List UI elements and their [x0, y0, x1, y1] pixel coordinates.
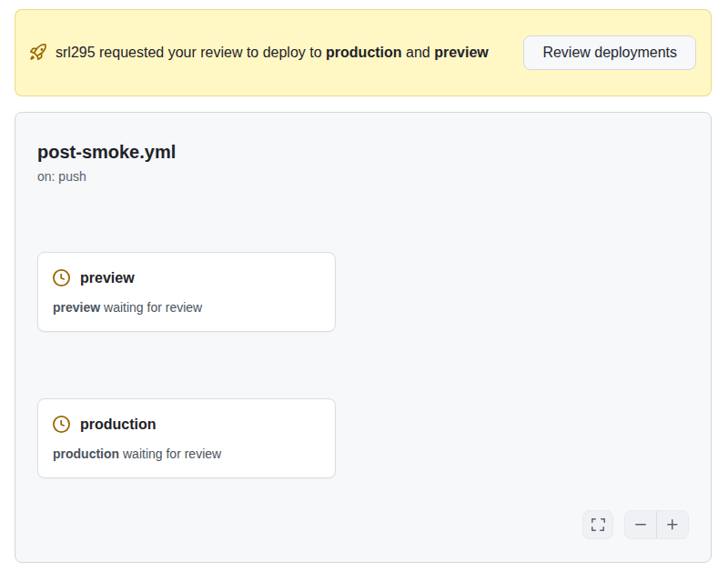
zoom-in-button[interactable] — [657, 511, 688, 538]
banner-env-production: production — [326, 45, 402, 60]
banner-message: srl295 requested your review to deploy t… — [30, 41, 489, 65]
zoom-control-group — [624, 510, 689, 539]
job-name: production — [80, 415, 157, 434]
plus-icon — [665, 517, 680, 532]
job-status-rest: waiting for review — [119, 447, 221, 461]
job-name: preview — [80, 268, 135, 287]
job-header: production — [53, 415, 320, 434]
clock-icon — [53, 269, 70, 286]
fullscreen-button[interactable] — [582, 510, 613, 539]
review-deployments-button[interactable]: Review deployments — [523, 35, 696, 70]
job-status-text: preview waiting for review — [53, 299, 320, 316]
job-status-rest: waiting for review — [100, 300, 202, 315]
dash-icon — [633, 517, 648, 532]
banner-message-segment: srl295 requested your review to deploy t… — [56, 45, 326, 60]
job-status-env: production — [53, 447, 119, 461]
banner-message-segment: and — [402, 45, 435, 60]
zoom-out-button[interactable] — [625, 511, 656, 538]
workflow-graph-panel: post-smoke.yml on: push preview preview … — [15, 112, 712, 563]
screen-full-icon — [591, 517, 605, 532]
clock-icon — [53, 416, 70, 433]
job-status-env: preview — [53, 300, 100, 315]
workflow-trigger: on: push — [37, 169, 689, 185]
job-card-preview[interactable]: preview preview waiting for review — [37, 252, 336, 332]
deployment-review-banner: srl295 requested your review to deploy t… — [15, 9, 712, 96]
banner-env-preview: preview — [434, 45, 489, 60]
workflow-title: post-smoke.yml — [37, 141, 689, 163]
rocket-icon — [30, 45, 56, 60]
job-card-production[interactable]: production production waiting for review — [37, 398, 336, 478]
job-status-text: production waiting for review — [53, 446, 320, 462]
job-header: preview — [53, 268, 320, 287]
graph-controls — [582, 510, 689, 539]
